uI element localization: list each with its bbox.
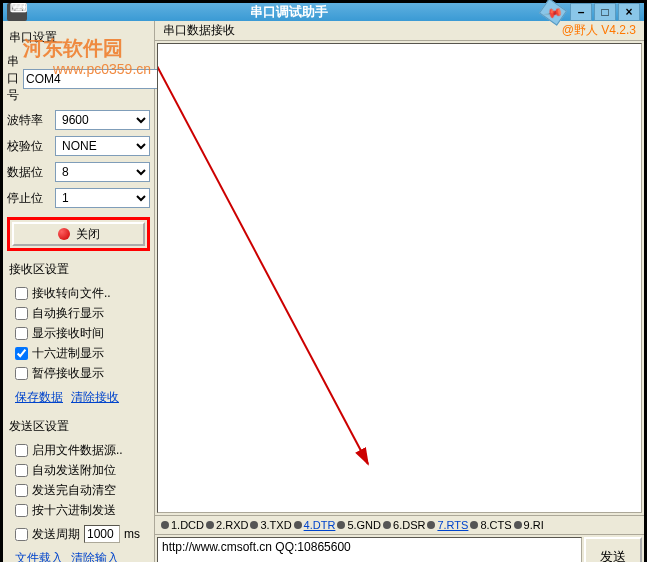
signal-dot-icon xyxy=(250,521,258,529)
recv-check-label-4: 暂停接收显示 xyxy=(32,365,104,382)
send-check-label-1: 自动发送附加位 xyxy=(32,462,116,479)
period-checkbox[interactable] xyxy=(15,528,28,541)
signal-6.DSR: 6.DSR xyxy=(383,519,425,531)
signal-dot-icon xyxy=(514,521,522,529)
recv-check-label-2: 显示接收时间 xyxy=(32,325,104,342)
data-select[interactable]: 8 xyxy=(55,162,150,182)
recv-check-1[interactable] xyxy=(15,307,28,320)
recv-check-0[interactable] xyxy=(15,287,28,300)
parity-select[interactable]: NONE xyxy=(55,136,150,156)
send-check-0[interactable] xyxy=(15,444,28,457)
maximize-button[interactable]: □ xyxy=(594,3,616,21)
signal-8.CTS: 8.CTS xyxy=(470,519,511,531)
clear-input-link[interactable]: 清除输入 xyxy=(71,550,119,562)
recv-header-label: 串口数据接收 xyxy=(163,22,562,39)
recv-check-label-1: 自动换行显示 xyxy=(32,305,104,322)
titlebar: 串口调试助手 📌 – □ × xyxy=(3,3,644,21)
recv-check-2[interactable] xyxy=(15,327,28,340)
data-label: 数据位 xyxy=(7,164,51,181)
right-panel: 串口数据接收 @野人 V4.2.3 1.DCD2.RXD3.TXD4.DTR5.… xyxy=(155,21,644,562)
send-check-2[interactable] xyxy=(15,484,28,497)
signal-dot-icon xyxy=(206,521,214,529)
recv-textarea[interactable] xyxy=(157,43,642,513)
send-input[interactable] xyxy=(157,537,582,562)
app-icon xyxy=(7,3,27,21)
signal-dot-icon xyxy=(294,521,302,529)
signal-dot-icon xyxy=(337,521,345,529)
recv-check-label-0: 接收转向文件.. xyxy=(32,285,111,302)
signal-3.TXD: 3.TXD xyxy=(250,519,291,531)
send-section-title: 发送区设置 xyxy=(9,418,150,435)
clear-recv-link[interactable]: 清除接收 xyxy=(71,389,119,406)
send-check-label-2: 发送完自动清空 xyxy=(32,482,116,499)
signal-1.DCD: 1.DCD xyxy=(161,519,204,531)
recv-check-label-3: 十六进制显示 xyxy=(32,345,104,362)
signal-4.DTR[interactable]: 4.DTR xyxy=(294,519,336,531)
signal-dot-icon xyxy=(427,521,435,529)
signal-dot-icon xyxy=(470,521,478,529)
send-check-1[interactable] xyxy=(15,464,28,477)
period-label: 发送周期 xyxy=(32,526,80,543)
minimize-button[interactable]: – xyxy=(570,3,592,21)
recv-check-4[interactable] xyxy=(15,367,28,380)
send-check-label-0: 启用文件数据源.. xyxy=(32,442,123,459)
led-icon xyxy=(58,228,70,240)
signal-row: 1.DCD2.RXD3.TXD4.DTR5.GND6.DSR7.RTS8.CTS… xyxy=(155,515,644,535)
close-window-button[interactable]: × xyxy=(618,3,640,21)
signal-5.GND: 5.GND xyxy=(337,519,381,531)
signal-dot-icon xyxy=(161,521,169,529)
stop-select[interactable]: 1 xyxy=(55,188,150,208)
stop-label: 停止位 xyxy=(7,190,51,207)
window-title: 串口调试助手 xyxy=(35,3,542,21)
recv-check-3[interactable] xyxy=(15,347,28,360)
file-load-link[interactable]: 文件载入 xyxy=(15,550,63,562)
period-input[interactable] xyxy=(84,525,120,543)
send-check-3[interactable] xyxy=(15,504,28,517)
brand-label: @野人 V4.2.3 xyxy=(562,22,636,39)
port-section-title: 串口设置 xyxy=(9,29,150,46)
recv-section-title: 接收区设置 xyxy=(9,261,150,278)
save-data-link[interactable]: 保存数据 xyxy=(15,389,63,406)
close-button-highlight: 关闭 xyxy=(7,217,150,251)
period-unit: ms xyxy=(124,527,140,541)
left-panel: 串口设置 串口号 波特率 9600 校验位 NONE 数据位 8 停止位 1 xyxy=(3,21,155,562)
parity-label: 校验位 xyxy=(7,138,51,155)
signal-2.RXD: 2.RXD xyxy=(206,519,248,531)
signal-9.RI: 9.RI xyxy=(514,519,544,531)
baud-label: 波特率 xyxy=(7,112,51,129)
close-port-label: 关闭 xyxy=(76,226,100,243)
svg-line-0 xyxy=(158,49,368,464)
port-label: 串口号 xyxy=(7,53,19,104)
send-check-label-3: 按十六进制发送 xyxy=(32,502,116,519)
send-button[interactable]: 发送 xyxy=(584,537,642,562)
close-port-button[interactable]: 关闭 xyxy=(12,222,145,246)
signal-7.RTS[interactable]: 7.RTS xyxy=(427,519,468,531)
signal-dot-icon xyxy=(383,521,391,529)
baud-select[interactable]: 9600 xyxy=(55,110,150,130)
annotation-arrow xyxy=(158,44,638,484)
